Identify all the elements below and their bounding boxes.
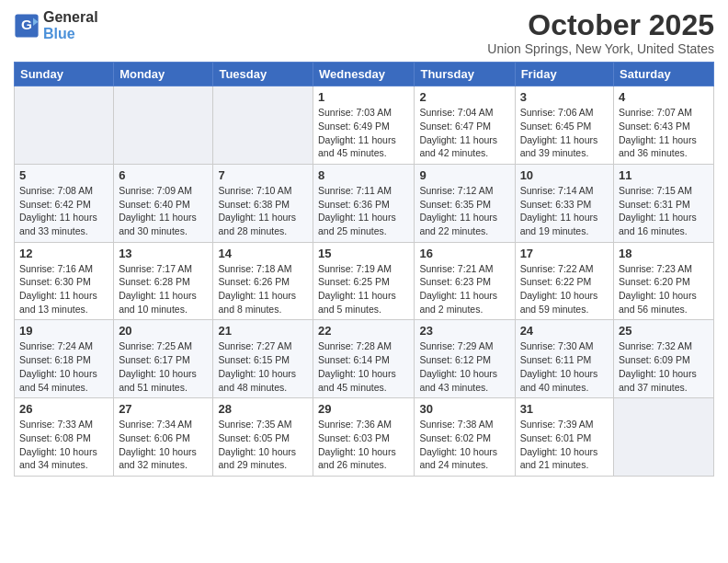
weekday-header-sunday: Sunday — [15, 63, 114, 86]
day-info: Sunrise: 7:08 AM Sunset: 6:42 PM Dayligh… — [19, 184, 108, 238]
day-number: 15 — [318, 247, 409, 260]
day-info: Sunrise: 7:33 AM Sunset: 6:08 PM Dayligh… — [19, 418, 108, 472]
calendar-cell: 26Sunrise: 7:33 AM Sunset: 6:08 PM Dayli… — [15, 398, 114, 477]
day-number: 13 — [119, 247, 208, 260]
week-row-5: 26Sunrise: 7:33 AM Sunset: 6:08 PM Dayli… — [15, 398, 714, 477]
day-number: 5 — [19, 168, 108, 182]
day-number: 20 — [119, 324, 208, 338]
calendar-cell: 23Sunrise: 7:29 AM Sunset: 6:12 PM Dayli… — [415, 320, 515, 398]
day-info: Sunrise: 7:24 AM Sunset: 6:18 PM Dayligh… — [19, 339, 108, 394]
calendar-cell: 10Sunrise: 7:14 AM Sunset: 6:33 PM Dayli… — [515, 164, 613, 242]
day-info: Sunrise: 7:07 AM Sunset: 6:43 PM Dayligh… — [619, 106, 709, 160]
day-info: Sunrise: 7:11 AM Sunset: 6:36 PM Dayligh… — [318, 184, 409, 238]
day-info: Sunrise: 7:17 AM Sunset: 6:28 PM Dayligh… — [119, 262, 208, 316]
month-title: October 2025 — [487, 9, 714, 41]
day-info: Sunrise: 7:36 AM Sunset: 6:03 PM Dayligh… — [318, 418, 409, 472]
day-number: 22 — [318, 324, 409, 338]
day-number: 2 — [419, 90, 509, 104]
calendar-cell: 12Sunrise: 7:16 AM Sunset: 6:30 PM Dayli… — [15, 242, 114, 320]
day-number: 10 — [520, 168, 609, 182]
week-row-4: 19Sunrise: 7:24 AM Sunset: 6:18 PM Dayli… — [15, 320, 714, 398]
calendar-cell: 30Sunrise: 7:38 AM Sunset: 6:02 PM Dayli… — [415, 398, 515, 477]
logo-text: General Blue — [43, 9, 98, 41]
day-number: 21 — [218, 324, 308, 338]
day-number: 1 — [318, 90, 409, 104]
calendar-cell: 7Sunrise: 7:10 AM Sunset: 6:38 PM Daylig… — [213, 164, 313, 242]
weekday-header-monday: Monday — [114, 63, 213, 86]
weekday-header-saturday: Saturday — [614, 63, 714, 86]
calendar-cell: 19Sunrise: 7:24 AM Sunset: 6:18 PM Dayli… — [15, 320, 114, 398]
day-number: 14 — [218, 247, 308, 260]
calendar-cell: 14Sunrise: 7:18 AM Sunset: 6:26 PM Dayli… — [213, 242, 313, 320]
calendar-cell: 9Sunrise: 7:12 AM Sunset: 6:35 PM Daylig… — [415, 164, 515, 242]
day-info: Sunrise: 7:09 AM Sunset: 6:40 PM Dayligh… — [119, 184, 208, 238]
day-info: Sunrise: 7:35 AM Sunset: 6:05 PM Dayligh… — [218, 418, 308, 472]
calendar-cell: 1Sunrise: 7:03 AM Sunset: 6:49 PM Daylig… — [313, 86, 415, 165]
logo: G General Blue — [14, 9, 98, 41]
calendar-cell: 15Sunrise: 7:19 AM Sunset: 6:25 PM Dayli… — [313, 242, 415, 320]
calendar-cell: 27Sunrise: 7:34 AM Sunset: 6:06 PM Dayli… — [114, 398, 213, 477]
day-number: 4 — [619, 90, 709, 104]
day-number: 7 — [218, 168, 308, 182]
calendar-cell: 3Sunrise: 7:06 AM Sunset: 6:45 PM Daylig… — [515, 86, 613, 165]
day-number: 28 — [218, 402, 308, 416]
day-info: Sunrise: 7:32 AM Sunset: 6:09 PM Dayligh… — [619, 339, 709, 394]
calendar-cell: 31Sunrise: 7:39 AM Sunset: 6:01 PM Dayli… — [515, 398, 613, 477]
weekday-header-tuesday: Tuesday — [213, 63, 313, 86]
calendar-cell: 4Sunrise: 7:07 AM Sunset: 6:43 PM Daylig… — [614, 86, 714, 165]
day-number: 29 — [318, 402, 409, 416]
day-number: 12 — [19, 247, 108, 260]
day-info: Sunrise: 7:18 AM Sunset: 6:26 PM Dayligh… — [218, 262, 308, 316]
page-container: G General Blue October 2025 Union Spring… — [0, 0, 728, 486]
day-info: Sunrise: 7:28 AM Sunset: 6:14 PM Dayligh… — [318, 339, 409, 394]
day-info: Sunrise: 7:39 AM Sunset: 6:01 PM Dayligh… — [520, 418, 609, 472]
day-info: Sunrise: 7:29 AM Sunset: 6:12 PM Dayligh… — [419, 339, 509, 394]
calendar-cell: 2Sunrise: 7:04 AM Sunset: 6:47 PM Daylig… — [415, 86, 515, 165]
week-row-1: 1Sunrise: 7:03 AM Sunset: 6:49 PM Daylig… — [15, 86, 714, 165]
day-info: Sunrise: 7:14 AM Sunset: 6:33 PM Dayligh… — [520, 184, 609, 238]
calendar-cell: 6Sunrise: 7:09 AM Sunset: 6:40 PM Daylig… — [114, 164, 213, 242]
calendar-cell: 5Sunrise: 7:08 AM Sunset: 6:42 PM Daylig… — [15, 164, 114, 242]
calendar-cell: 13Sunrise: 7:17 AM Sunset: 6:28 PM Dayli… — [114, 242, 213, 320]
calendar-cell: 21Sunrise: 7:27 AM Sunset: 6:15 PM Dayli… — [213, 320, 313, 398]
weekday-header-friday: Friday — [515, 63, 613, 86]
day-info: Sunrise: 7:21 AM Sunset: 6:23 PM Dayligh… — [419, 262, 509, 316]
day-number: 30 — [419, 402, 509, 416]
day-info: Sunrise: 7:12 AM Sunset: 6:35 PM Dayligh… — [419, 184, 509, 238]
weekday-header-row: SundayMondayTuesdayWednesdayThursdayFrid… — [15, 63, 714, 86]
day-info: Sunrise: 7:30 AM Sunset: 6:11 PM Dayligh… — [520, 339, 609, 394]
calendar: SundayMondayTuesdayWednesdayThursdayFrid… — [14, 62, 714, 477]
day-info: Sunrise: 7:38 AM Sunset: 6:02 PM Dayligh… — [419, 418, 509, 472]
day-number: 18 — [619, 247, 709, 260]
day-number: 8 — [318, 168, 409, 182]
day-info: Sunrise: 7:10 AM Sunset: 6:38 PM Dayligh… — [218, 184, 308, 238]
calendar-cell: 16Sunrise: 7:21 AM Sunset: 6:23 PM Dayli… — [415, 242, 515, 320]
svg-text:G: G — [21, 17, 32, 32]
day-number: 11 — [619, 168, 709, 182]
day-info: Sunrise: 7:04 AM Sunset: 6:47 PM Dayligh… — [419, 106, 509, 160]
calendar-cell: 28Sunrise: 7:35 AM Sunset: 6:05 PM Dayli… — [213, 398, 313, 477]
day-info: Sunrise: 7:27 AM Sunset: 6:15 PM Dayligh… — [218, 339, 308, 394]
day-number: 9 — [419, 168, 509, 182]
day-number: 16 — [419, 247, 509, 260]
day-number: 24 — [520, 324, 609, 338]
day-info: Sunrise: 7:16 AM Sunset: 6:30 PM Dayligh… — [19, 262, 108, 316]
day-info: Sunrise: 7:06 AM Sunset: 6:45 PM Dayligh… — [520, 106, 609, 160]
week-row-2: 5Sunrise: 7:08 AM Sunset: 6:42 PM Daylig… — [15, 164, 714, 242]
header: G General Blue October 2025 Union Spring… — [14, 9, 714, 56]
title-block: October 2025 Union Springs, New York, Un… — [487, 9, 714, 56]
calendar-cell: 11Sunrise: 7:15 AM Sunset: 6:31 PM Dayli… — [614, 164, 714, 242]
calendar-cell: 8Sunrise: 7:11 AM Sunset: 6:36 PM Daylig… — [313, 164, 415, 242]
day-number: 25 — [619, 324, 709, 338]
week-row-3: 12Sunrise: 7:16 AM Sunset: 6:30 PM Dayli… — [15, 242, 714, 320]
day-number: 3 — [520, 90, 609, 104]
calendar-cell: 20Sunrise: 7:25 AM Sunset: 6:17 PM Dayli… — [114, 320, 213, 398]
day-number: 31 — [520, 402, 609, 416]
day-info: Sunrise: 7:23 AM Sunset: 6:20 PM Dayligh… — [619, 262, 709, 316]
calendar-cell: 17Sunrise: 7:22 AM Sunset: 6:22 PM Dayli… — [515, 242, 613, 320]
calendar-cell — [114, 86, 213, 165]
day-number: 17 — [520, 247, 609, 260]
calendar-cell — [614, 398, 714, 477]
logo-icon: G — [14, 13, 40, 39]
day-number: 27 — [119, 402, 208, 416]
